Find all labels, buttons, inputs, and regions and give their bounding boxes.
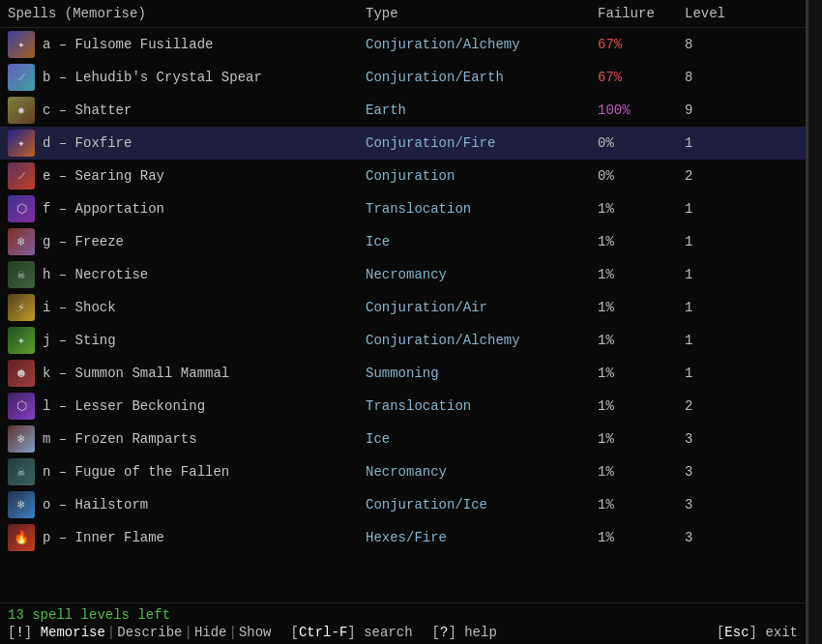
table-row[interactable]: ❄ m – Frozen Ramparts Ice 1% 3: [0, 423, 806, 455]
spell-type: Conjuration/Earth: [366, 70, 598, 85]
hotkey-search-key: Ctrl-F: [299, 625, 347, 640]
spell-type: Conjuration/Alchemy: [366, 333, 598, 348]
spell-key: p – Inner Flame: [43, 530, 164, 545]
spell-type: Conjuration/Ice: [366, 497, 598, 512]
spell-name-cell: ✦ a – Fulsome Fusillade: [8, 31, 366, 58]
spell-level: 1: [685, 201, 762, 217]
spell-icon: ⟋: [8, 162, 35, 190]
spell-key: o – Hailstorm: [43, 497, 148, 512]
table-row[interactable]: ☠ h – Necrotise Necromancy 1% 1: [0, 258, 806, 291]
spell-level: 1: [685, 300, 762, 315]
hotkey-search-group: [Ctrl-F] search: [291, 625, 413, 640]
spell-failure: 0%: [598, 135, 685, 151]
table-header: Spells (Memorise) Type Failure Level: [0, 0, 806, 28]
spell-icon: ❄: [8, 228, 35, 255]
spell-level: 1: [685, 366, 762, 381]
spell-name-cell: ❄ o – Hailstorm: [8, 491, 366, 518]
spell-failure: 1%: [598, 431, 685, 447]
label-memorise[interactable]: Memorise: [41, 625, 105, 640]
spell-failure: 1%: [598, 497, 685, 512]
hotkey-bar: [!] Memorise|Describe|Hide|Show [Ctrl-F]…: [8, 625, 798, 640]
spell-failure: 1%: [598, 234, 685, 249]
spell-type: Earth: [366, 102, 598, 118]
spell-icon: ⚡: [8, 294, 35, 321]
spell-type: Hexes/Fire: [366, 530, 598, 545]
spell-key: m – Frozen Ramparts: [43, 431, 197, 447]
spell-type: Translocation: [366, 201, 598, 217]
spell-icon: ⬡: [8, 195, 35, 222]
table-row[interactable]: ❄ g – Freeze Ice 1% 1: [0, 225, 806, 258]
spell-level: 1: [685, 234, 762, 249]
spell-key: e – Searing Ray: [43, 168, 164, 184]
table-row[interactable]: ⟋ e – Searing Ray Conjuration 0% 2: [0, 160, 806, 192]
spell-key: n – Fugue of the Fallen: [43, 464, 229, 480]
spell-levels-left: 13 spell levels left: [8, 607, 798, 623]
spell-icon: ⬡: [8, 393, 35, 420]
label-help: help: [464, 625, 497, 640]
spell-icon: ☠: [8, 458, 35, 485]
table-row[interactable]: ✸ c – Shatter Earth 100% 9: [0, 94, 806, 127]
spell-icon: 🔥: [8, 524, 35, 551]
spell-level: 9: [685, 102, 762, 118]
spell-level: 3: [685, 464, 762, 480]
spell-type: Necromancy: [366, 267, 598, 282]
spell-failure: 67%: [598, 37, 685, 52]
spell-name-cell: ❄ g – Freeze: [8, 228, 366, 255]
table-row[interactable]: ⟋ b – Lehudib's Crystal Spear Conjuratio…: [0, 61, 806, 94]
label-hide[interactable]: Hide: [194, 625, 227, 640]
spell-icon: ✦: [8, 130, 35, 157]
spell-name-cell: ⬡ f – Apportation: [8, 195, 366, 222]
label-show[interactable]: Show: [239, 625, 272, 640]
spell-type: Translocation: [366, 398, 598, 414]
spell-name-cell: ⟋ e – Searing Ray: [8, 162, 366, 190]
spell-type: Conjuration: [366, 168, 598, 184]
spell-icon: ⟋: [8, 64, 35, 91]
col-header-level: Level: [685, 6, 762, 21]
table-row[interactable]: ⬡ l – Lesser Beckoning Translocation 1% …: [0, 390, 806, 423]
spell-level: 2: [685, 168, 762, 184]
table-row[interactable]: ⚡ i – Shock Conjuration/Air 1% 1: [0, 291, 806, 324]
table-row[interactable]: ☻ k – Summon Small Mammal Summoning 1% 1: [0, 357, 806, 390]
spell-name-cell: ❄ m – Frozen Ramparts: [8, 425, 366, 453]
spell-key: i – Shock: [43, 300, 116, 315]
spell-key: b – Lehudib's Crystal Spear: [43, 70, 262, 85]
spell-level: 3: [685, 530, 762, 545]
spell-type: Conjuration/Air: [366, 300, 598, 315]
table-row[interactable]: 🔥 p – Inner Flame Hexes/Fire 1% 3: [0, 521, 806, 554]
spell-failure: 1%: [598, 267, 685, 282]
table-row[interactable]: ⬡ f – Apportation Translocation 1% 1: [0, 192, 806, 225]
spell-failure: 1%: [598, 464, 685, 480]
hotkey-help-group: [?] help: [432, 625, 497, 640]
spell-name-cell: ✸ c – Shatter: [8, 97, 366, 124]
label-exit: exit: [765, 625, 798, 640]
table-row[interactable]: ❄ o – Hailstorm Conjuration/Ice 1% 3: [0, 488, 806, 521]
spell-type: Ice: [366, 234, 598, 249]
spell-name-cell: ⬡ l – Lesser Beckoning: [8, 393, 366, 420]
spell-icon: ❄: [8, 491, 35, 518]
col-header-type: Type: [366, 6, 598, 21]
spell-name-cell: ⚡ i – Shock: [8, 294, 366, 321]
spell-failure: 1%: [598, 366, 685, 381]
spell-key: j – Sting: [43, 333, 116, 348]
table-row[interactable]: ✦ a – Fulsome Fusillade Conjuration/Alch…: [0, 28, 806, 61]
spell-key: c – Shatter: [43, 102, 132, 118]
spell-failure: 100%: [598, 102, 685, 118]
spell-key: a – Fulsome Fusillade: [43, 37, 213, 52]
spell-key: d – Foxfire: [43, 135, 132, 151]
spell-name-cell: 🔥 p – Inner Flame: [8, 524, 366, 551]
spell-memorise-window: Spells (Memorise) Type Failure Level ✦ a…: [0, 0, 807, 644]
label-describe[interactable]: Describe: [117, 625, 182, 640]
spell-name-cell: ✦ j – Sting: [8, 327, 366, 354]
spell-level: 2: [685, 398, 762, 414]
spell-name-cell: ☻ k – Summon Small Mammal: [8, 360, 366, 387]
table-row[interactable]: ✦ j – Sting Conjuration/Alchemy 1% 1: [0, 324, 806, 357]
spell-icon: ✦: [8, 327, 35, 354]
spell-type: Conjuration/Alchemy: [366, 37, 598, 52]
spell-failure: 1%: [598, 300, 685, 315]
table-row[interactable]: ☠ n – Fugue of the Fallen Necromancy 1% …: [0, 455, 806, 488]
footer: 13 spell levels left [!] Memorise|Descri…: [0, 602, 806, 644]
spell-rows: ✦ a – Fulsome Fusillade Conjuration/Alch…: [0, 28, 806, 554]
spell-failure: 1%: [598, 398, 685, 414]
table-row[interactable]: ✦ d – Foxfire Conjuration/Fire 0% 1: [0, 127, 806, 160]
sidebar: [807, 0, 822, 644]
